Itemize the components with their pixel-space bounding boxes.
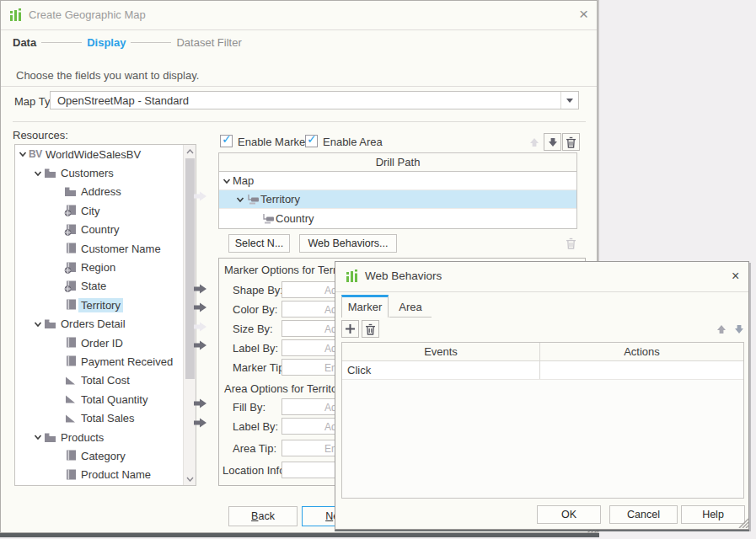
step-connector xyxy=(41,42,82,43)
area-tip-label: Area Tip: xyxy=(233,442,276,455)
drill-path-table[interactable]: Drill Path Map Territory Country xyxy=(218,152,577,229)
tree-item[interactable]: Total Sales xyxy=(15,408,184,427)
drill-row-territory[interactable]: Territory xyxy=(219,190,576,209)
marker-tip-label: Marker Tip: xyxy=(233,361,287,374)
move-down-button[interactable] xyxy=(544,133,561,151)
web-behaviors-button[interactable]: Web Behaviors... xyxy=(299,234,397,253)
tree-item[interactable]: Payment Received xyxy=(15,352,184,371)
add-field-arrow-icon[interactable] xyxy=(193,417,207,431)
tab-marker[interactable]: Marker xyxy=(341,295,389,318)
chevron-down-icon[interactable] xyxy=(32,169,44,178)
field-icon xyxy=(64,243,78,254)
chevron-down-icon[interactable] xyxy=(32,320,44,328)
tree-item[interactable]: Products xyxy=(15,428,184,446)
tree-item[interactable]: Country xyxy=(15,221,184,239)
tab-area[interactable]: Area xyxy=(389,297,432,318)
fill-by-label: Fill By: xyxy=(233,401,265,414)
move-down-icon-disabled xyxy=(730,320,748,338)
tree-item[interactable]: BV WorldWideSalesBV xyxy=(15,145,184,163)
resources-tree[interactable]: BV WorldWideSalesBV Customers Address Ci… xyxy=(14,144,196,486)
geo-field-icon xyxy=(64,280,78,292)
event-cell[interactable]: Click xyxy=(342,361,540,379)
tree-item[interactable]: Address xyxy=(15,183,184,201)
check-icon: ✓ xyxy=(307,132,317,146)
tree-item[interactable]: State xyxy=(15,277,184,296)
chevron-down-icon[interactable] xyxy=(221,177,233,185)
section-separator xyxy=(13,121,586,122)
add-field-arrow-icon[interactable] xyxy=(193,302,207,316)
folder-icon xyxy=(44,168,58,179)
tree-item[interactable]: Customer Name xyxy=(15,239,184,258)
action-cell[interactable] xyxy=(540,361,743,379)
tree-item[interactable]: Region xyxy=(15,258,184,276)
geo-field-icon xyxy=(64,224,78,236)
map-type-select[interactable]: OpenStreetMap - Standard xyxy=(50,91,579,109)
behavior-row-click[interactable]: Click xyxy=(342,361,743,380)
cancel-button[interactable]: Cancel xyxy=(609,505,678,524)
header-separator xyxy=(1,86,597,87)
step-data[interactable]: Data xyxy=(13,36,36,49)
step-subtitle: Choose the fields you want to display. xyxy=(16,69,199,82)
titlebar[interactable]: Create Geographic Map × xyxy=(1,1,597,29)
folder-icon xyxy=(44,432,58,443)
web-dialog-title: Web Behaviors xyxy=(365,270,442,282)
back-button[interactable]: Back xyxy=(228,506,298,526)
tree-item[interactable]: Category xyxy=(15,446,184,465)
chevron-down-icon[interactable] xyxy=(234,195,246,204)
field-icon xyxy=(64,337,78,349)
tree-item[interactable]: Order ID xyxy=(15,334,184,352)
scroll-up-icon[interactable] xyxy=(184,145,196,157)
measure-icon xyxy=(64,375,78,387)
actions-header: Actions xyxy=(540,343,743,360)
close-icon[interactable]: × xyxy=(579,8,588,20)
shape-by-label: Shape By: xyxy=(233,284,283,296)
behaviors-table[interactable]: Events Actions Click xyxy=(341,342,744,499)
field-icon xyxy=(64,355,78,367)
tree-item[interactable]: Orders Detail xyxy=(15,315,184,334)
chevron-down-icon[interactable] xyxy=(17,150,29,158)
geo-field-icon xyxy=(64,262,78,274)
resize-grip-icon[interactable] xyxy=(737,517,748,531)
window-bottom-edge xyxy=(0,533,599,537)
ok-button[interactable]: OK xyxy=(537,505,601,524)
tree-item[interactable]: Total Quantity xyxy=(15,390,184,408)
step-dataset-filter[interactable]: Dataset Filter xyxy=(176,36,241,49)
enable-area-checkbox[interactable]: ✓ xyxy=(305,135,318,147)
delete-button[interactable] xyxy=(562,133,580,151)
tree-item[interactable]: Total Cost xyxy=(15,371,184,390)
tree-item[interactable]: Customers xyxy=(15,163,184,182)
delete-icon-disabled xyxy=(562,234,580,252)
move-up-icon-disabled xyxy=(525,133,543,151)
web-titlebar[interactable]: Web Behaviors × xyxy=(335,262,748,291)
drill-row-country[interactable]: Country xyxy=(219,209,576,227)
close-icon[interactable]: × xyxy=(732,270,739,283)
tree-item[interactable]: City xyxy=(15,201,184,220)
folder-icon xyxy=(64,186,78,197)
tree-item-selected[interactable]: Territory xyxy=(15,296,184,314)
tree-item[interactable]: Product Name xyxy=(15,466,184,484)
add-field-arrow-icon[interactable] xyxy=(193,283,207,297)
color-by-label: Color By: xyxy=(233,303,277,316)
dropdown-button[interactable] xyxy=(560,92,578,109)
add-field-arrow-icon[interactable] xyxy=(193,398,207,412)
web-behaviors-dialog: Web Behaviors × Marker Area Events Actio… xyxy=(335,261,749,530)
drill-level-icon xyxy=(261,213,276,224)
enable-area-label: Enable Area xyxy=(323,136,383,148)
folder-icon xyxy=(44,318,58,329)
wizard-steps: Data Display Dataset Filter xyxy=(13,36,242,49)
add-button[interactable] xyxy=(341,320,359,338)
check-icon: ✓ xyxy=(222,132,232,146)
delete-button[interactable] xyxy=(362,320,379,338)
chevron-down-icon[interactable] xyxy=(32,433,44,441)
drill-row-map[interactable]: Map xyxy=(219,172,576,190)
help-button[interactable]: Help xyxy=(681,505,745,524)
size-by-label: Size By: xyxy=(233,323,273,335)
enable-marker-checkbox[interactable]: ✓ xyxy=(220,135,233,147)
dialog-title: Create Geographic Map xyxy=(29,8,146,21)
scroll-down-icon[interactable] xyxy=(184,472,196,485)
map-type-value: OpenStreetMap - Standard xyxy=(57,94,189,107)
step-display[interactable]: Display xyxy=(87,36,126,49)
add-field-arrow-icon-disabled xyxy=(193,321,207,335)
select-named-group-button[interactable]: Select N... xyxy=(228,234,290,253)
add-field-arrow-icon[interactable] xyxy=(193,339,207,354)
